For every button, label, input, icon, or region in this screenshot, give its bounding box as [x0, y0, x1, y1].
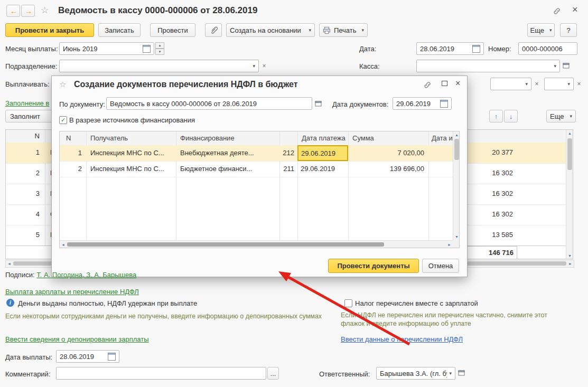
financing-sources-label[interactable]: В разрезе источников финансирования: [69, 116, 195, 124]
financing-sources-checkbox[interactable]: ✓: [59, 116, 67, 124]
scrollbar-thumb[interactable]: [567, 138, 572, 170]
vertical-scrollbar[interactable]: ▲ ▼: [566, 130, 573, 259]
pay-option-combo-2[interactable]: ▾: [544, 78, 574, 90]
comment-input[interactable]: [56, 367, 266, 380]
department-combo[interactable]: ▾: [59, 60, 259, 72]
write-button[interactable]: Записать: [98, 23, 141, 37]
selected-cell-pay-date[interactable]: 29.06.2019: [297, 145, 348, 161]
get-link-icon[interactable]: [423, 81, 432, 89]
spin-up-icon[interactable]: ▴: [155, 42, 164, 49]
create-based-on-button[interactable]: Создать на основании ▾: [226, 23, 315, 37]
post-documents-label: Провести документы: [337, 262, 409, 270]
enter-deposit-link[interactable]: Ввести сведения о депонировании зарплаты: [5, 335, 149, 343]
forward-icon: →: [25, 7, 32, 15]
calendar-icon[interactable]: [143, 45, 151, 53]
horizontal-scrollbar[interactable]: ◄ ►: [60, 240, 453, 248]
favorite-star-icon[interactable]: ☆: [41, 6, 49, 15]
printer-icon: [323, 26, 331, 34]
write-label: Записать: [105, 26, 134, 34]
open-form-icon[interactable]: [458, 369, 465, 377]
post-button[interactable]: Провести: [150, 23, 195, 37]
fill-button[interactable]: Заполнит: [5, 110, 56, 122]
chevron-down-icon[interactable]: ▾: [250, 63, 255, 69]
chevron-down-icon[interactable]: ▾: [447, 371, 452, 376]
docs-date-input[interactable]: 29.06.2019: [393, 97, 452, 110]
chevron-down-icon: ▾: [547, 27, 552, 33]
month-input[interactable]: Июнь 2019: [59, 42, 154, 55]
scroll-left-icon[interactable]: ◄: [61, 243, 65, 247]
cell-code: 211: [279, 165, 294, 173]
calendar-icon[interactable]: [440, 100, 448, 108]
column-header-n[interactable]: N: [6, 132, 40, 140]
scroll-down-icon[interactable]: ▼: [568, 254, 572, 258]
cancel-button[interactable]: Отмена: [422, 259, 459, 273]
info-icon: i: [6, 299, 14, 307]
calendar-icon[interactable]: [472, 45, 480, 53]
column-header-sum[interactable]: Сумма: [352, 134, 374, 142]
pay-option-combo[interactable]: ▾: [490, 78, 531, 90]
spin-down-icon[interactable]: ▾: [155, 49, 164, 55]
pay-date-input[interactable]: 28.06.2019: [56, 350, 119, 363]
close-window-icon[interactable]: ×: [572, 5, 578, 14]
responsible-combo[interactable]: Барышева З.А. (гл. бухга ▾: [376, 367, 455, 380]
move-down-button[interactable]: ↓: [504, 110, 518, 122]
column-header-financing[interactable]: Финансирование: [180, 134, 235, 142]
chevron-down-icon[interactable]: ▾: [552, 63, 556, 69]
cell-financing: Внебюджетная деяте...: [180, 149, 254, 157]
favorite-star-icon[interactable]: ☆: [59, 80, 66, 88]
signatures-row: Подписи: Т. А. Погодина, З. А. Барышева: [5, 271, 136, 279]
cell-sum: 139 696,00: [348, 165, 424, 173]
maximize-icon[interactable]: [442, 81, 447, 86]
vertical-scrollbar[interactable]: ▲ ▼: [453, 131, 460, 240]
scroll-up-icon[interactable]: ▲: [455, 133, 459, 137]
get-link-icon[interactable]: [553, 7, 561, 15]
forward-button[interactable]: →: [21, 5, 35, 17]
open-form-icon[interactable]: [314, 100, 322, 108]
post-documents-button[interactable]: Провести документы: [328, 259, 419, 273]
month-spinner[interactable]: ▴ ▾: [155, 42, 164, 55]
clear-icon[interactable]: ×: [533, 78, 541, 90]
scrollbar-thumb[interactable]: [454, 139, 459, 160]
ndfl-hint-line1: Если НДФЛ не перечислен или перечислен ч…: [341, 312, 547, 319]
calendar-icon[interactable]: [108, 353, 116, 361]
chevron-down-icon[interactable]: ▾: [565, 81, 570, 87]
number-input[interactable]: 0000-000006: [518, 42, 577, 55]
table-row[interactable]: 1 Инспекция МНС по С... Внебюджетная дея…: [60, 145, 453, 162]
scroll-right-icon[interactable]: ►: [447, 243, 451, 247]
open-form-icon[interactable]: [562, 62, 570, 70]
dialog-close-icon[interactable]: ×: [455, 79, 460, 88]
row-sum: 20 377: [461, 148, 513, 156]
move-up-button[interactable]: ↑: [489, 110, 503, 122]
date-input[interactable]: 28.06.2019: [416, 42, 484, 55]
tax-transferred-label[interactable]: Налог перечислен вместе с зарплатой: [355, 299, 478, 307]
clear-icon[interactable]: ×: [260, 60, 268, 72]
scroll-down-icon[interactable]: ▼: [455, 235, 459, 239]
print-button[interactable]: Печать ▾: [319, 23, 368, 37]
post-and-close-button[interactable]: Провести и закрыть: [5, 23, 94, 37]
column-header-pay-date[interactable]: Дата платежа: [302, 134, 346, 142]
help-button[interactable]: ?: [560, 23, 577, 37]
back-icon: ←: [10, 7, 17, 15]
column-header-recipient[interactable]: Получатель: [90, 134, 128, 142]
scroll-right-icon[interactable]: ►: [568, 262, 572, 266]
scroll-up-icon[interactable]: ▲: [568, 131, 572, 135]
ndfl-hint-line2: флажок и введите информацию об уплате: [341, 320, 471, 327]
table-row[interactable]: 2 Инспекция МНС по С... Бюджетное финанс…: [60, 161, 453, 177]
enter-ndfl-link[interactable]: Ввести данные о перечислении НДФЛ: [341, 335, 463, 343]
chevron-down-icon[interactable]: ▾: [523, 81, 528, 87]
tax-transferred-checkbox[interactable]: [344, 299, 352, 307]
table-more-button[interactable]: Еще ▾: [546, 110, 576, 122]
scroll-left-icon[interactable]: ◄: [7, 262, 11, 266]
salary-ndfl-link[interactable]: Выплата зарплаты и перечисление НДФЛ: [5, 288, 139, 296]
cashbox-combo[interactable]: ▾: [416, 60, 560, 72]
comment-picker-button[interactable]: ...: [267, 367, 279, 380]
by-document-input[interactable]: Ведомость в кассу 0000-000006 от 28.06.2…: [106, 97, 312, 110]
more-button[interactable]: Еще ▾: [527, 23, 555, 37]
fill-settings-link[interactable]: Заполнение в: [5, 99, 49, 107]
signatures-links[interactable]: Т. А. Погодина, З. А. Барышева: [36, 271, 136, 279]
attachments-button[interactable]: [205, 23, 222, 37]
clear-icon[interactable]: ×: [575, 78, 583, 90]
back-button[interactable]: ←: [6, 5, 20, 17]
column-header-n[interactable]: N: [66, 134, 71, 142]
scrollbar-thumb[interactable]: [67, 242, 384, 247]
